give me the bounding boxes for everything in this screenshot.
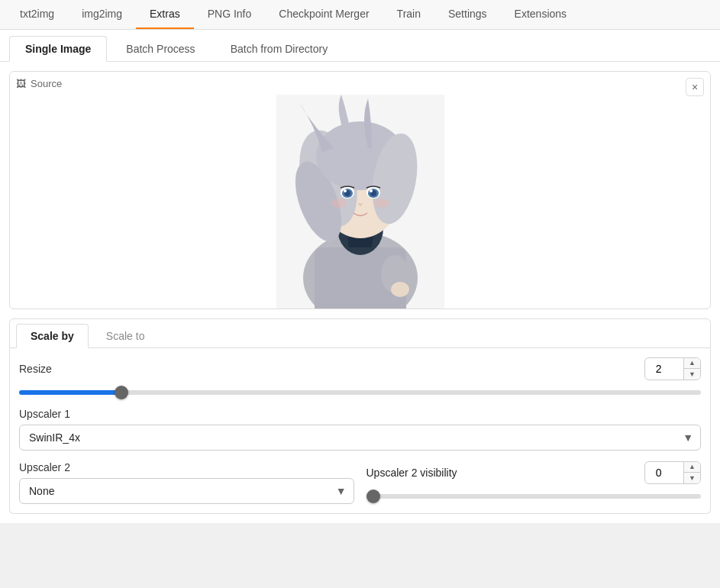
upscaler2-label: Upscaler 2 [19,461,354,473]
controls-section: Resize ▲ ▼ Upscaler 1 None Lanczos Neare… [9,348,711,514]
anime-image [276,95,444,309]
visibility-label: Upscaler 2 visibility [366,467,457,479]
upscaler1-label: Upscaler 1 [19,408,701,420]
resize-label: Resize [19,363,52,375]
visibility-spin: ▲ ▼ [683,462,700,483]
resize-spin-up[interactable]: ▲ [684,358,700,369]
tab-extras[interactable]: Extras [136,0,194,29]
upscaler1-dropdown-wrapper: None Lanczos Nearest ESRGAN_4x LDSR R-ES… [19,425,701,451]
upscaler1-section: Upscaler 1 None Lanczos Nearest ESRGAN_4… [19,408,701,451]
resize-spin-down[interactable]: ▼ [684,369,700,380]
svg-point-22 [391,282,409,297]
tab-pnginfo[interactable]: PNG Info [194,0,266,29]
upscaler2-visibility-section: Upscaler 2 visibility ▲ ▼ [366,461,702,504]
tab-extensions[interactable]: Extensions [501,0,580,29]
upscaler2-section: Upscaler 2 None Lanczos Nearest ESRGAN_4… [19,461,354,504]
tab-checkpoint[interactable]: Checkpoint Merger [265,0,383,29]
subtab-single-image[interactable]: Single Image [9,36,107,62]
subtab-batch-from-directory[interactable]: Batch from Directory [215,36,344,61]
scale-to-tab[interactable]: Scale to [92,324,160,347]
source-text: Source [31,78,62,89]
tab-settings[interactable]: Settings [434,0,501,29]
source-label[interactable]: 🖼 Source [16,78,62,89]
image-upload-area[interactable]: 🖼 Source × [9,71,711,309]
visibility-spin-up[interactable]: ▲ [684,462,700,473]
top-nav: txt2img img2img Extras PNG Info Checkpoi… [0,0,720,30]
svg-point-18 [370,189,373,192]
scale-tabs: Scale by Scale to [9,318,711,348]
svg-point-20 [374,199,389,208]
scale-by-tab[interactable]: Scale by [16,324,89,348]
upscaler1-select[interactable]: None Lanczos Nearest ESRGAN_4x LDSR R-ES… [19,425,701,451]
image-icon: 🖼 [16,78,26,89]
main-content: 🖼 Source × [0,62,720,523]
image-preview [10,72,710,309]
sub-tabs: Single Image Batch Process Batch from Di… [0,30,720,62]
close-image-button[interactable]: × [686,78,704,96]
upscaler2-select[interactable]: None Lanczos Nearest ESRGAN_4x LDSR R-ES… [19,478,354,504]
upscaler2-row: Upscaler 2 None Lanczos Nearest ESRGAN_4… [19,461,701,504]
svg-point-17 [344,189,347,192]
resize-slider[interactable] [19,390,701,395]
upscaler2-dropdown-wrapper: None Lanczos Nearest ESRGAN_4x LDSR R-ES… [19,478,354,504]
visibility-spin-down[interactable]: ▼ [684,473,700,483]
subtab-batch-process[interactable]: Batch Process [110,36,211,61]
visibility-number-wrapper: ▲ ▼ [644,461,701,484]
tab-train[interactable]: Train [383,0,434,29]
tab-txt2img[interactable]: txt2img [6,0,68,29]
tab-img2img[interactable]: img2img [68,0,136,29]
visibility-slider[interactable] [366,494,702,499]
visibility-value-input[interactable] [645,464,683,482]
svg-point-19 [331,199,347,208]
resize-spin: ▲ ▼ [683,358,700,380]
resize-value-input[interactable] [645,360,683,378]
visibility-header: Upscaler 2 visibility ▲ ▼ [366,461,702,484]
